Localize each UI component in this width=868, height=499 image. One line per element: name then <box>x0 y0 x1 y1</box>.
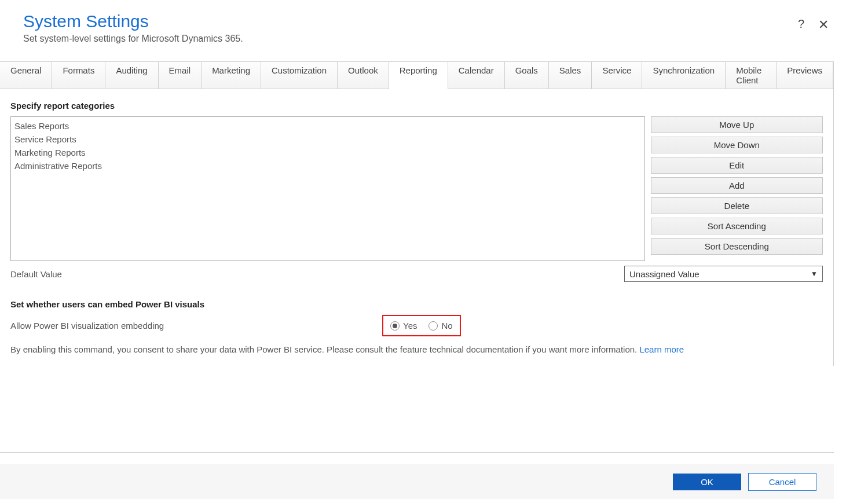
tab-outlook[interactable]: Outlook <box>338 62 389 89</box>
default-value-label: Default Value <box>10 269 624 279</box>
move-up-button[interactable]: Move Up <box>651 116 823 133</box>
tab-service[interactable]: Service <box>592 62 642 89</box>
tab-previews[interactable]: Previews <box>777 62 833 89</box>
chevron-down-icon: ▼ <box>811 270 818 278</box>
radio-circle-icon <box>428 321 438 331</box>
ok-button[interactable]: OK <box>673 474 741 490</box>
tab-marketing[interactable]: Marketing <box>202 62 261 89</box>
section-report-categories-title: Specify report categories <box>10 101 823 111</box>
tab-synchronization[interactable]: Synchronization <box>642 62 726 89</box>
radio-no-label: No <box>441 321 452 331</box>
add-button[interactable]: Add <box>651 177 823 194</box>
tab-reporting[interactable]: Reporting <box>389 62 448 89</box>
dialog-footer: OK Cancel <box>0 464 834 499</box>
page-title: System Settings <box>23 12 845 31</box>
list-item[interactable]: Administrative Reports <box>13 159 642 173</box>
tab-email[interactable]: Email <box>159 62 202 89</box>
tab-mobile-client[interactable]: Mobile Client <box>726 62 777 89</box>
radio-yes[interactable]: Yes <box>390 321 417 331</box>
help-icon[interactable]: ? <box>798 17 804 31</box>
radio-circle-icon <box>390 321 400 331</box>
sort-ascending-button[interactable]: Sort Ascending <box>651 218 823 234</box>
page-subtitle: Set system-level settings for Microsoft … <box>23 34 845 44</box>
default-value-select[interactable]: Unassigned Value ▼ <box>624 266 823 282</box>
consent-message: By enabling this command, you consent to… <box>10 344 639 354</box>
tab-customization[interactable]: Customization <box>261 62 338 89</box>
powerbi-embed-label: Allow Power BI visualization embedding <box>10 321 382 331</box>
sort-descending-button[interactable]: Sort Descending <box>651 238 823 255</box>
listbox-actions: Move UpMove DownEditAddDeleteSort Ascend… <box>651 116 823 261</box>
close-icon[interactable]: ✕ <box>818 17 829 32</box>
list-item[interactable]: Service Reports <box>13 133 642 146</box>
content-area: Specify report categories Sales ReportsS… <box>0 89 834 366</box>
move-down-button[interactable]: Move Down <box>651 137 823 153</box>
dialog-header: System Settings Set system-level setting… <box>0 0 868 61</box>
tab-formats[interactable]: Formats <box>52 62 105 89</box>
edit-button[interactable]: Edit <box>651 157 823 174</box>
learn-more-link[interactable]: Learn more <box>639 344 684 354</box>
radio-no[interactable]: No <box>428 321 452 331</box>
report-categories-listbox[interactable]: Sales ReportsService ReportsMarketing Re… <box>10 116 645 261</box>
radio-yes-label: Yes <box>403 321 417 331</box>
section-powerbi-title: Set whether users can embed Power BI vis… <box>10 299 823 309</box>
delete-button[interactable]: Delete <box>651 197 823 214</box>
cancel-button[interactable]: Cancel <box>748 473 816 491</box>
default-value-selected: Unassigned Value <box>629 269 699 279</box>
tab-calendar[interactable]: Calendar <box>448 62 505 89</box>
consent-text: By enabling this command, you consent to… <box>10 344 823 354</box>
tab-sales[interactable]: Sales <box>549 62 592 89</box>
tab-auditing[interactable]: Auditing <box>105 62 158 89</box>
list-item[interactable]: Sales Reports <box>13 119 642 133</box>
tab-goals[interactable]: Goals <box>505 62 549 89</box>
tab-general[interactable]: General <box>0 62 52 89</box>
powerbi-radio-group: Yes No <box>382 315 461 336</box>
tab-bar: GeneralFormatsAuditingEmailMarketingCust… <box>0 61 834 89</box>
list-item[interactable]: Marketing Reports <box>13 146 642 159</box>
divider <box>0 452 834 453</box>
